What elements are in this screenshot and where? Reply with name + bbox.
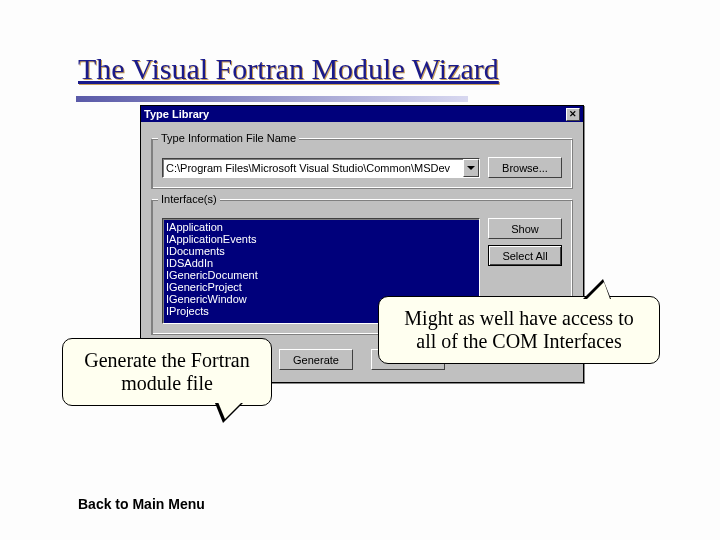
- callout-select-all: Might as well have access to all of the …: [378, 296, 660, 364]
- interfaces-legend: Interface(s): [158, 193, 220, 205]
- dialog-title: Type Library: [144, 108, 209, 120]
- dialog-titlebar: Type Library ✕: [141, 106, 583, 122]
- combo-dropdown-button[interactable]: [463, 159, 479, 177]
- close-icon: ✕: [569, 109, 577, 119]
- close-button[interactable]: ✕: [566, 108, 580, 121]
- back-to-main-link[interactable]: Back to Main Menu: [78, 496, 205, 512]
- show-button[interactable]: Show: [488, 218, 562, 239]
- file-name-group: Type Information File Name C:\Program Fi…: [151, 138, 573, 189]
- file-name-legend: Type Information File Name: [158, 132, 299, 144]
- callout-tail-icon: [215, 403, 243, 423]
- file-path-combo[interactable]: C:\Program Files\Microsoft Visual Studio…: [162, 158, 480, 178]
- list-item[interactable]: IDSAddIn: [166, 257, 476, 269]
- browse-button[interactable]: Browse...: [488, 157, 562, 178]
- chevron-down-icon: [467, 166, 475, 170]
- list-item[interactable]: IGenericProject: [166, 281, 476, 293]
- slide-title: The Visual Fortran Module Wizard: [78, 52, 499, 86]
- callout-tail-icon: [583, 279, 611, 299]
- title-rule: [76, 96, 468, 102]
- callout-generate: Generate the Fortran module file: [62, 338, 272, 406]
- list-item[interactable]: IApplication: [166, 221, 476, 233]
- callout-text: Generate the Fortran module file: [84, 349, 249, 394]
- file-path-value: C:\Program Files\Microsoft Visual Studio…: [163, 160, 463, 176]
- callout-text: Might as well have access to all of the …: [404, 307, 633, 352]
- generate-button[interactable]: Generate: [279, 349, 353, 370]
- list-item[interactable]: IApplicationEvents: [166, 233, 476, 245]
- list-item[interactable]: IGenericDocument: [166, 269, 476, 281]
- list-item[interactable]: IDocuments: [166, 245, 476, 257]
- select-all-button[interactable]: Select All: [488, 245, 562, 266]
